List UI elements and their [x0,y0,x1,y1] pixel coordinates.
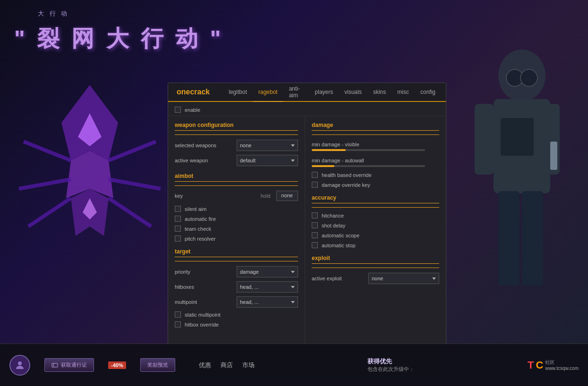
priority-dropdown[interactable]: damage [237,266,298,277]
damage-override-key-checkbox[interactable] [312,182,318,188]
spider-decoration [14,57,165,293]
aimbot-divider [175,185,298,186]
tab-legitbot[interactable]: legitbot [223,83,253,102]
svg-rect-18 [550,142,557,170]
enable-checkbox[interactable] [175,107,181,113]
hitbox-override-checkbox[interactable] [175,321,181,327]
health-based-override-checkbox[interactable] [312,172,318,178]
svg-rect-15 [475,104,494,175]
active-exploit-row: active exploit none [312,273,439,284]
shot-delay-row: shot delay [312,222,439,228]
svg-line-3 [24,142,71,160]
active-weapon-dropdown-arrow-icon [291,159,295,162]
priority-dropdown-arrow-icon [291,271,295,273]
hitchance-checkbox[interactable] [312,212,318,218]
damage-header: damage [312,122,439,131]
health-based-override-label: health based override [322,172,372,178]
automatic-fire-checkbox[interactable] [175,216,181,222]
right-column: damage min damage - visible min damage -… [305,116,446,379]
automatic-scope-label: automatic scope [322,233,359,238]
svg-line-6 [109,142,156,160]
active-weapon-dropdown[interactable]: default [237,155,298,166]
tc-logo-text: T [528,359,534,371]
automatic-stop-checkbox[interactable] [312,242,318,248]
selected-weapons-dropdown[interactable]: none [237,140,298,151]
key-row: key hold none [175,191,298,201]
hitchance-label: hitchance [322,213,344,218]
tc-logo-c: C [536,359,544,371]
tab-players[interactable]: players [309,83,339,102]
tab-config[interactable]: config [415,83,441,102]
bottom-nav: 优惠 商店 市场 [199,361,255,369]
automatic-fire-row: automatic fire [175,216,298,222]
multipoint-label: multipoint [175,299,197,305]
shot-delay-checkbox[interactable] [312,222,318,228]
tab-anti-aim[interactable]: anti-aim [283,83,309,102]
automatic-stop-row: automatic stop [312,242,439,248]
key-label: key [175,193,183,199]
svg-rect-20 [522,191,543,285]
tab-bar: onecrack legitbot ragebot anti-aim playe… [168,83,446,102]
static-multipoint-row: static multipoint [175,311,298,318]
panel-columns: weapon configuration selected weapons no… [168,116,446,379]
svg-line-8 [109,198,151,227]
multipoint-dropdown-arrow-icon [291,301,295,303]
accuracy-header: accuracy [312,194,439,203]
exploit-header: exploit [312,255,439,264]
main-panel: onecrack legitbot ragebot anti-aim playe… [168,83,446,380]
svg-rect-19 [498,191,520,285]
damage-override-key-row: damage override key [312,182,439,188]
tc-website: 社区www.tcsqw.com [545,359,579,371]
hitboxes-dropdown[interactable]: head, ... [237,281,298,293]
active-weapon-row: active weapon default [175,155,298,166]
key-button[interactable]: none [276,191,298,201]
hold-label: hold [261,193,271,199]
priority-label: priority [175,269,190,275]
hitbox-override-label: hitbox override [185,322,219,327]
nav-item-shangdian[interactable]: 商店 [221,361,233,369]
tab-misc[interactable]: misc [392,83,415,102]
pitch-resolver-label: pitch resolver [185,236,215,242]
pass-button[interactable]: 获取通行证 [44,358,94,372]
info-title: 获得优先 [367,357,392,366]
silent-aim-checkbox[interactable] [175,206,181,212]
nav-item-youhui[interactable]: 优惠 [199,361,211,369]
selected-weapons-row: selected weapons none [175,140,298,151]
svg-line-4 [19,179,71,189]
active-exploit-dropdown[interactable]: none [368,273,439,284]
info-desc: 包含在此次升级中： [367,366,414,373]
health-based-override-row: health based override [312,172,439,178]
team-check-row: team check [175,226,298,232]
hitbox-override-row: hitbox override [175,321,298,327]
automatic-scope-checkbox[interactable] [312,232,318,238]
damage-override-key-label: damage override key [322,182,370,188]
tab-ragebot[interactable]: ragebot [253,83,283,102]
weapon-config-divider [175,134,298,135]
pitch-resolver-checkbox[interactable] [175,235,181,242]
static-multipoint-checkbox[interactable] [175,311,181,318]
automatic-stop-label: automatic stop [322,243,356,248]
min-damage-autowall-container: min damage - autowall [312,156,439,167]
hitchance-row: hitchance [312,212,439,218]
avatar[interactable] [9,355,30,376]
pass-label: 获取通行证 [61,361,87,369]
svg-rect-22 [52,363,58,367]
min-damage-visible-slider[interactable] [312,149,425,151]
panel-body: enable weapon configuration selected wea… [168,102,446,379]
hitboxes-label: hitboxes [175,284,194,290]
nav-item-shichang[interactable]: 市场 [242,361,255,369]
hitboxes-dropdown-arrow-icon [291,286,295,288]
reward-preview-button[interactable]: 奖励预览 [140,358,175,372]
min-damage-autowall-slider[interactable] [312,165,425,167]
tab-visuals[interactable]: visuals [339,83,367,102]
selected-weapons-label: selected weapons [175,143,216,148]
automatic-fire-label: automatic fire [185,216,216,222]
team-check-checkbox[interactable] [175,226,181,232]
tab-skins[interactable]: skins [367,83,392,102]
static-multipoint-label: static multipoint [185,312,221,318]
aimbot-header: aimbot [175,173,298,182]
multipoint-dropdown[interactable]: head, ... [237,296,298,308]
svg-rect-17 [501,118,534,156]
soldier-decoration [446,47,588,354]
svg-point-13 [520,69,537,86]
